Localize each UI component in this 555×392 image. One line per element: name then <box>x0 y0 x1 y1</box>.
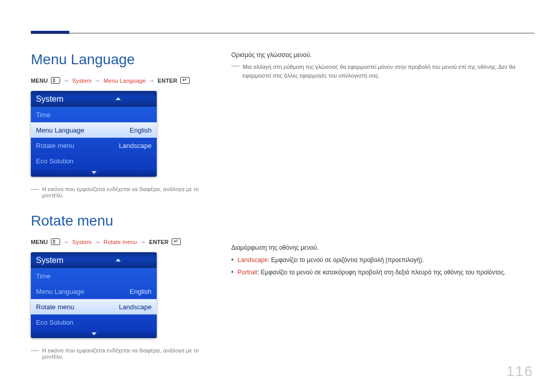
menu-icon <box>51 77 60 84</box>
section-menu-language: Menu Language MENU → System → Menu Langu… <box>31 51 216 198</box>
osd-row[interactable]: Menu LanguageEnglish <box>31 122 157 138</box>
osd-row[interactable]: Time <box>31 107 157 122</box>
breadcrumb-menu-language: MENU → System → Menu Language → ENTER <box>31 77 216 84</box>
right-block-rotate-menu: Διαμόρφωση της οθόνης μενού. Landscape: … <box>231 244 534 277</box>
osd-header-label: System <box>36 256 63 265</box>
osd-row-label: Time <box>36 111 50 119</box>
osd-row-value: English <box>130 288 152 295</box>
enter-icon <box>172 238 181 245</box>
osd-row[interactable]: Eco Solution <box>31 153 157 169</box>
osd-row[interactable]: Eco Solution <box>31 314 157 330</box>
header-rule <box>31 33 534 33</box>
page-number: 116 <box>506 363 533 380</box>
breadcrumb-menu-label: MENU <box>31 239 48 245</box>
osd-body: TimeMenu LanguageEnglishRotate menuLands… <box>31 268 157 330</box>
osd-row-label: Rotate menu <box>36 142 74 150</box>
osd-row-value: Landscape <box>119 303 152 311</box>
breadcrumb-rotate-menu: MENU → System → Rotate menu → ENTER <box>31 238 216 245</box>
arrow-icon: → <box>140 239 146 245</box>
osd-row[interactable]: Time <box>31 268 157 284</box>
footnote: ― Η εικόνα που εμφανίζεται ενδέχεται να … <box>31 186 216 198</box>
osd-row-label: Rotate menu <box>36 303 74 311</box>
note-dash-icon: ― <box>231 63 239 80</box>
enter-icon <box>180 77 190 84</box>
arrow-icon: → <box>63 78 69 84</box>
osd-row-label: Menu Language <box>36 126 84 134</box>
arrow-icon: → <box>95 78 100 84</box>
list-item: Portrait: Εμφανίζει το μενού σε κατακόρυ… <box>231 268 534 277</box>
chevron-up-icon[interactable] <box>116 258 121 262</box>
option-text: : Εμφανίζει το μενού σε κατακόρυφη προβο… <box>257 269 506 276</box>
osd-row-label: Eco Solution <box>36 319 73 326</box>
arrow-icon: → <box>149 78 155 84</box>
osd-row[interactable]: Rotate menuLandscape <box>31 138 157 153</box>
osd-row-label: Time <box>36 272 50 280</box>
section-title-menu-language: Menu Language <box>31 51 216 68</box>
osd-row-label: Eco Solution <box>36 157 73 165</box>
footnote-text: Η εικόνα που εμφανίζεται ενδέχεται να δι… <box>42 186 216 198</box>
section-title-rotate-menu: Rotate menu <box>31 213 216 229</box>
osd-panel-rotate-menu: System TimeMenu LanguageEnglishRotate me… <box>31 252 157 338</box>
breadcrumb-enter-label: ENTER <box>158 78 177 84</box>
osd-row-value: Landscape <box>119 142 152 150</box>
right-column: Ορισμός της γλώσσας μενού. ― Μια αλλαγή … <box>231 51 534 280</box>
osd-row[interactable]: Rotate menuLandscape <box>31 299 157 314</box>
option-text: : Εμφανίζει το μενού σε οριζόντια προβολ… <box>268 256 424 264</box>
footnote-dash-icon: ― <box>31 347 39 353</box>
note: ― Μια αλλαγή στη ρύθμιση της γλώσσας θα … <box>231 63 534 80</box>
option-label: Landscape <box>237 256 268 264</box>
footnote: ― Η εικόνα που εμφανίζεται ενδέχεται να … <box>31 347 216 360</box>
left-column: Menu Language MENU → System → Menu Langu… <box>31 51 216 360</box>
menu-icon <box>51 238 60 245</box>
osd-panel-menu-language: System TimeMenu LanguageEnglishRotate me… <box>31 91 157 177</box>
description-text: Ορισμός της γλώσσας μενού. <box>231 51 534 59</box>
arrow-icon: → <box>63 239 69 245</box>
footnote-text: Η εικόνα που εμφανίζεται ενδέχεται να δι… <box>42 347 216 360</box>
footnote-dash-icon: ― <box>31 186 39 192</box>
osd-header: System <box>31 91 157 107</box>
breadcrumb-item: Rotate menu <box>103 239 137 245</box>
chevron-down-icon[interactable] <box>91 171 97 174</box>
chevron-down-icon[interactable] <box>91 332 97 335</box>
osd-header: System <box>31 252 157 268</box>
osd-row-label: Menu Language <box>36 288 84 295</box>
osd-footer <box>31 330 157 338</box>
breadcrumb-menu-label: MENU <box>31 78 48 84</box>
breadcrumb-item: Menu Language <box>103 78 145 84</box>
osd-row[interactable]: Menu LanguageEnglish <box>31 284 157 299</box>
list-item: Landscape: Εμφανίζει το μενού σε οριζόντ… <box>231 255 534 265</box>
options-list: Landscape: Εμφανίζει το μενού σε οριζόντ… <box>231 255 534 277</box>
breadcrumb-enter-label: ENTER <box>149 239 169 245</box>
description-text: Διαμόρφωση της οθόνης μενού. <box>231 244 534 251</box>
header-accent-bar <box>31 31 69 34</box>
arrow-icon: → <box>95 239 100 245</box>
chevron-up-icon[interactable] <box>116 97 121 100</box>
breadcrumb-system: System <box>72 78 91 84</box>
right-block-menu-language: Ορισμός της γλώσσας μενού. ― Μια αλλαγή … <box>231 51 534 80</box>
osd-body: TimeMenu LanguageEnglishRotate menuLands… <box>31 107 157 169</box>
osd-row-value: English <box>130 126 152 134</box>
breadcrumb-system: System <box>72 239 91 245</box>
note-text: Μια αλλαγή στη ρύθμιση της γλώσσας θα εφ… <box>243 63 534 80</box>
section-rotate-menu: Rotate menu MENU → System → Rotate menu … <box>31 213 216 360</box>
option-label: Portrait <box>237 269 257 276</box>
osd-header-label: System <box>36 95 63 103</box>
osd-footer <box>31 169 157 177</box>
